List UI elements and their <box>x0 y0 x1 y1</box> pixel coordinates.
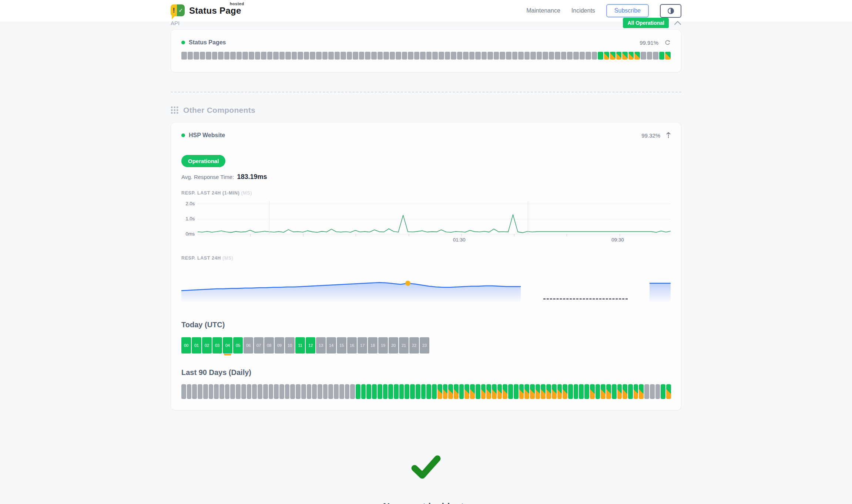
uptime-bar-mixed[interactable] <box>519 384 524 399</box>
hour-block-03[interactable]: 03 <box>212 337 222 354</box>
uptime-bar-green[interactable] <box>405 384 409 399</box>
uptime-bar-green[interactable] <box>394 384 399 399</box>
hour-block-06[interactable]: 06 <box>244 337 253 354</box>
uptime-bar-gray[interactable] <box>650 384 655 399</box>
hour-block-15[interactable]: 15 <box>337 337 346 354</box>
uptime-bar-green[interactable] <box>579 384 584 399</box>
uptime-bar-mixed[interactable] <box>628 52 634 60</box>
uptime-bar-mixed[interactable] <box>492 384 497 399</box>
uptime-bar-gray[interactable] <box>188 52 193 60</box>
uptime-bar-gray[interactable] <box>402 52 407 60</box>
hour-block-09[interactable]: 09 <box>275 337 284 354</box>
uptime-bar-mixed[interactable] <box>546 384 551 399</box>
uptime-bar-gray[interactable] <box>279 52 285 60</box>
uptime-bar-green[interactable] <box>416 384 420 399</box>
uptime-bar-gray[interactable] <box>341 52 346 60</box>
hour-block-21[interactable]: 21 <box>399 337 409 354</box>
uptime-bar-green[interactable] <box>574 384 578 399</box>
hour-block-13[interactable]: 13 <box>316 337 326 354</box>
uptime-bar-gray[interactable] <box>263 384 268 399</box>
uptime-bar-mixed[interactable] <box>464 384 469 399</box>
uptime-bar-gray[interactable] <box>267 52 273 60</box>
uptime-bar-gray[interactable] <box>487 52 493 60</box>
uptime-bar-gray[interactable] <box>445 52 450 60</box>
uptime-bar-gray[interactable] <box>209 384 214 399</box>
uptime-bar-gray[interactable] <box>242 52 248 60</box>
uptime-bar-green[interactable] <box>508 384 513 399</box>
uptime-bar-gray[interactable] <box>214 384 219 399</box>
uptime-bar-gray[interactable] <box>258 384 262 399</box>
uptime-bar-green[interactable] <box>661 384 665 399</box>
uptime-bar-gray[interactable] <box>457 52 463 60</box>
response-time-area-chart[interactable] <box>181 266 671 306</box>
uptime-bar-gray[interactable] <box>273 52 279 60</box>
uptime-bar-gray[interactable] <box>269 384 274 399</box>
uptime-bar-gray[interactable] <box>247 384 252 399</box>
uptime-bar-mixed[interactable] <box>486 384 491 399</box>
uptime-bar-green[interactable] <box>356 384 360 399</box>
uptime-bar-mixed[interactable] <box>634 384 638 399</box>
uptime-bar-gray[interactable] <box>518 52 524 60</box>
hour-block-17[interactable]: 17 <box>358 337 367 354</box>
hour-block-00[interactable]: 00 <box>181 337 191 354</box>
uptime-bar-gray[interactable] <box>543 52 548 60</box>
uptime-bar-gray[interactable] <box>328 384 333 399</box>
uptime-bar-mixed[interactable] <box>437 384 442 399</box>
uptime-bar-gray[interactable] <box>307 384 312 399</box>
uptime-bar-mixed[interactable] <box>454 384 459 399</box>
hour-block-02[interactable]: 02 <box>202 337 212 354</box>
uptime-bar-mixed[interactable] <box>557 384 562 399</box>
uptime-bar-gray[interactable] <box>296 384 301 399</box>
uptime-bar-gray[interactable] <box>506 52 511 60</box>
uptime-bar-green[interactable] <box>584 384 589 399</box>
uptime-bar-mixed[interactable] <box>622 52 628 60</box>
nav-maintenance[interactable]: Maintenance <box>526 7 560 14</box>
uptime-bar-mixed[interactable] <box>481 384 486 399</box>
uptime-bar-gray[interactable] <box>475 52 481 60</box>
hour-block-18[interactable]: 18 <box>368 337 378 354</box>
hour-block-05[interactable]: 05 <box>233 337 243 354</box>
uptime-bar-gray[interactable] <box>274 384 279 399</box>
uptime-bar-mixed[interactable] <box>524 384 529 399</box>
uptime-bar-gray[interactable] <box>261 52 266 60</box>
uptime-bar-gray[interactable] <box>353 52 358 60</box>
arrow-up-dashed-icon[interactable] <box>666 132 671 139</box>
uptime-bar-gray[interactable] <box>586 52 591 60</box>
subscribe-button[interactable]: Subscribe <box>606 4 649 17</box>
uptime-bar-green[interactable] <box>383 384 388 399</box>
uptime-bar-gray[interactable] <box>469 52 475 60</box>
uptime-bar-mixed[interactable] <box>634 52 640 60</box>
uptime-bar-mixed[interactable] <box>604 52 610 60</box>
uptime-bar-green[interactable] <box>378 384 382 399</box>
uptime-bar-gray[interactable] <box>323 384 328 399</box>
uptime-bar-gray[interactable] <box>378 52 383 60</box>
uptime-bar-mixed[interactable] <box>590 384 595 399</box>
hour-block-23[interactable]: 23 <box>420 337 429 354</box>
uptime-bar-gray[interactable] <box>383 52 389 60</box>
uptime-bar-gray[interactable] <box>592 52 597 60</box>
uptime-bar-gray[interactable] <box>252 384 257 399</box>
uptime-bar-gray[interactable] <box>524 52 530 60</box>
hour-block-08[interactable]: 08 <box>264 337 274 354</box>
uptime-bar-mixed[interactable] <box>497 384 502 399</box>
uptime-bar-gray[interactable] <box>408 52 413 60</box>
uptime-bar-mixed[interactable] <box>665 52 671 60</box>
uptime-bar-mixed[interactable] <box>503 384 507 399</box>
uptime-bar-green[interactable] <box>366 384 371 399</box>
hour-block-14[interactable]: 14 <box>326 337 336 354</box>
chevron-up-icon[interactable] <box>674 21 681 25</box>
uptime-bar-gray[interactable] <box>641 52 646 60</box>
uptime-bar-gray[interactable] <box>420 52 426 60</box>
uptime-bar-gray[interactable] <box>316 52 322 60</box>
uptime-bar-gray[interactable] <box>310 52 315 60</box>
uptime-bar-mixed[interactable] <box>666 384 671 399</box>
uptime-bar-mixed[interactable] <box>448 384 453 399</box>
theme-toggle-button[interactable] <box>660 4 681 18</box>
hour-block-22[interactable]: 22 <box>409 337 419 354</box>
uptime-bar-gray[interactable] <box>555 52 560 60</box>
uptime-bar-gray[interactable] <box>225 384 230 399</box>
refresh-icon[interactable] <box>664 40 671 46</box>
uptime-bar-gray[interactable] <box>237 52 242 60</box>
uptime-bar-gray[interactable] <box>249 52 254 60</box>
uptime-bar-gray[interactable] <box>301 384 306 399</box>
